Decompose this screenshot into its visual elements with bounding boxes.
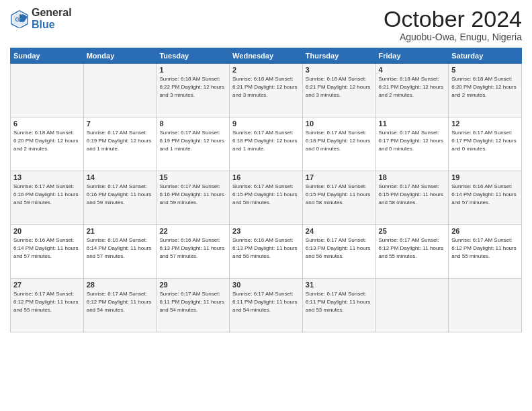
day-info: Sunrise: 6:18 AM Sunset: 6:21 PM Dayligh… bbox=[379, 75, 446, 99]
day-cell: 16Sunrise: 6:17 AM Sunset: 6:15 PM Dayli… bbox=[230, 171, 303, 225]
day-number: 19 bbox=[451, 173, 519, 181]
day-number: 24 bbox=[306, 227, 373, 235]
header-cell-thursday: Thursday bbox=[302, 48, 375, 64]
day-info: Sunrise: 6:18 AM Sunset: 6:21 PM Dayligh… bbox=[232, 75, 300, 99]
day-info: Sunrise: 6:17 AM Sunset: 6:17 PM Dayligh… bbox=[379, 129, 446, 152]
day-info: Sunrise: 6:18 AM Sunset: 6:20 PM Dayligh… bbox=[451, 75, 519, 99]
day-info: Sunrise: 6:17 AM Sunset: 6:16 PM Dayligh… bbox=[159, 183, 226, 206]
day-number: 29 bbox=[159, 281, 226, 289]
svg-text:G: G bbox=[15, 15, 19, 22]
day-cell: 4Sunrise: 6:18 AM Sunset: 6:21 PM Daylig… bbox=[375, 64, 449, 118]
day-number: 13 bbox=[13, 173, 81, 181]
day-number: 6 bbox=[13, 120, 81, 128]
location: Aguobu-Owa, Enugu, Nigeria bbox=[384, 32, 522, 42]
week-row-5: 27Sunrise: 6:17 AM Sunset: 6:12 PM Dayli… bbox=[11, 279, 522, 332]
calendar-header: SundayMondayTuesdayWednesdayThursdayFrid… bbox=[11, 48, 522, 64]
day-info: Sunrise: 6:17 AM Sunset: 6:19 PM Dayligh… bbox=[87, 129, 154, 152]
header-cell-monday: Monday bbox=[83, 48, 157, 64]
day-info: Sunrise: 6:17 AM Sunset: 6:16 PM Dayligh… bbox=[13, 183, 81, 206]
day-cell: 2Sunrise: 6:18 AM Sunset: 6:21 PM Daylig… bbox=[230, 64, 303, 118]
day-number: 30 bbox=[232, 281, 300, 289]
day-cell: 17Sunrise: 6:17 AM Sunset: 6:15 PM Dayli… bbox=[302, 171, 375, 225]
day-cell: 25Sunrise: 6:17 AM Sunset: 6:12 PM Dayli… bbox=[375, 225, 449, 279]
day-cell: 3Sunrise: 6:18 AM Sunset: 6:21 PM Daylig… bbox=[302, 64, 375, 118]
header: G General Blue October 2024 Aguobu-Owa, … bbox=[10, 7, 522, 42]
week-row-4: 20Sunrise: 6:16 AM Sunset: 6:14 PM Dayli… bbox=[11, 225, 522, 279]
day-cell bbox=[83, 64, 157, 118]
header-cell-wednesday: Wednesday bbox=[230, 48, 303, 64]
day-number: 5 bbox=[451, 66, 519, 74]
day-number: 14 bbox=[87, 173, 154, 181]
day-cell: 11Sunrise: 6:17 AM Sunset: 6:17 PM Dayli… bbox=[375, 118, 449, 171]
day-info: Sunrise: 6:17 AM Sunset: 6:18 PM Dayligh… bbox=[232, 129, 300, 152]
day-cell: 5Sunrise: 6:18 AM Sunset: 6:20 PM Daylig… bbox=[449, 64, 522, 118]
title-block: October 2024 Aguobu-Owa, Enugu, Nigeria bbox=[384, 7, 522, 42]
day-number: 10 bbox=[306, 120, 373, 128]
day-info: Sunrise: 6:17 AM Sunset: 6:12 PM Dayligh… bbox=[451, 236, 519, 260]
day-info: Sunrise: 6:16 AM Sunset: 6:13 PM Dayligh… bbox=[159, 236, 226, 260]
day-info: Sunrise: 6:18 AM Sunset: 6:22 PM Dayligh… bbox=[159, 75, 226, 99]
day-info: Sunrise: 6:17 AM Sunset: 6:12 PM Dayligh… bbox=[379, 236, 446, 260]
logo-blue-text: Blue bbox=[32, 19, 72, 31]
day-info: Sunrise: 6:17 AM Sunset: 6:11 PM Dayligh… bbox=[159, 290, 226, 314]
calendar-body: 1Sunrise: 6:18 AM Sunset: 6:22 PM Daylig… bbox=[11, 64, 522, 332]
day-number: 21 bbox=[87, 227, 154, 235]
day-number: 17 bbox=[306, 173, 373, 181]
day-number: 7 bbox=[87, 120, 154, 128]
header-row: SundayMondayTuesdayWednesdayThursdayFrid… bbox=[11, 48, 522, 64]
day-cell: 19Sunrise: 6:16 AM Sunset: 6:14 PM Dayli… bbox=[449, 171, 522, 225]
day-cell: 8Sunrise: 6:17 AM Sunset: 6:19 PM Daylig… bbox=[157, 118, 230, 171]
day-number: 18 bbox=[379, 173, 446, 181]
header-cell-sunday: Sunday bbox=[11, 48, 84, 64]
day-cell: 6Sunrise: 6:18 AM Sunset: 6:20 PM Daylig… bbox=[11, 118, 84, 171]
day-cell: 29Sunrise: 6:17 AM Sunset: 6:11 PM Dayli… bbox=[157, 279, 230, 332]
day-info: Sunrise: 6:17 AM Sunset: 6:18 PM Dayligh… bbox=[306, 129, 373, 152]
day-cell: 28Sunrise: 6:17 AM Sunset: 6:12 PM Dayli… bbox=[83, 279, 157, 332]
day-info: Sunrise: 6:17 AM Sunset: 6:15 PM Dayligh… bbox=[379, 183, 446, 206]
day-info: Sunrise: 6:16 AM Sunset: 6:14 PM Dayligh… bbox=[13, 236, 81, 260]
day-number: 26 bbox=[451, 227, 519, 235]
week-row-3: 13Sunrise: 6:17 AM Sunset: 6:16 PM Dayli… bbox=[11, 171, 522, 225]
day-number: 27 bbox=[13, 281, 81, 289]
day-number: 4 bbox=[379, 66, 446, 74]
day-number: 11 bbox=[379, 120, 446, 128]
day-number: 12 bbox=[451, 120, 519, 128]
day-number: 28 bbox=[87, 281, 154, 289]
day-number: 2 bbox=[232, 66, 300, 74]
day-number: 23 bbox=[232, 227, 300, 235]
day-cell: 27Sunrise: 6:17 AM Sunset: 6:12 PM Dayli… bbox=[11, 279, 84, 332]
day-info: Sunrise: 6:16 AM Sunset: 6:14 PM Dayligh… bbox=[87, 236, 154, 260]
day-cell: 9Sunrise: 6:17 AM Sunset: 6:18 PM Daylig… bbox=[230, 118, 303, 171]
day-number: 20 bbox=[13, 227, 81, 235]
day-cell: 21Sunrise: 6:16 AM Sunset: 6:14 PM Dayli… bbox=[83, 225, 157, 279]
day-cell: 12Sunrise: 6:17 AM Sunset: 6:17 PM Dayli… bbox=[449, 118, 522, 171]
day-cell: 20Sunrise: 6:16 AM Sunset: 6:14 PM Dayli… bbox=[11, 225, 84, 279]
day-number: 15 bbox=[159, 173, 226, 181]
header-cell-friday: Friday bbox=[375, 48, 449, 64]
day-cell: 18Sunrise: 6:17 AM Sunset: 6:15 PM Dayli… bbox=[375, 171, 449, 225]
day-info: Sunrise: 6:17 AM Sunset: 6:12 PM Dayligh… bbox=[87, 290, 154, 314]
day-info: Sunrise: 6:17 AM Sunset: 6:13 PM Dayligh… bbox=[306, 236, 373, 260]
day-number: 9 bbox=[232, 120, 300, 128]
day-cell: 22Sunrise: 6:16 AM Sunset: 6:13 PM Dayli… bbox=[157, 225, 230, 279]
day-cell bbox=[449, 279, 522, 332]
day-number: 16 bbox=[232, 173, 300, 181]
day-info: Sunrise: 6:17 AM Sunset: 6:16 PM Dayligh… bbox=[87, 183, 154, 206]
week-row-1: 1Sunrise: 6:18 AM Sunset: 6:22 PM Daylig… bbox=[11, 64, 522, 118]
day-number: 3 bbox=[306, 66, 373, 74]
day-cell: 14Sunrise: 6:17 AM Sunset: 6:16 PM Dayli… bbox=[83, 171, 157, 225]
day-number: 22 bbox=[159, 227, 226, 235]
header-cell-saturday: Saturday bbox=[449, 48, 522, 64]
day-info: Sunrise: 6:16 AM Sunset: 6:13 PM Dayligh… bbox=[232, 236, 300, 260]
logo-general-text: General bbox=[32, 7, 72, 19]
logo-text: General Blue bbox=[32, 7, 72, 30]
day-info: Sunrise: 6:16 AM Sunset: 6:14 PM Dayligh… bbox=[451, 183, 519, 206]
day-info: Sunrise: 6:17 AM Sunset: 6:19 PM Dayligh… bbox=[159, 129, 226, 152]
day-cell: 23Sunrise: 6:16 AM Sunset: 6:13 PM Dayli… bbox=[230, 225, 303, 279]
day-cell: 10Sunrise: 6:17 AM Sunset: 6:18 PM Dayli… bbox=[302, 118, 375, 171]
day-cell: 24Sunrise: 6:17 AM Sunset: 6:13 PM Dayli… bbox=[302, 225, 375, 279]
day-number: 1 bbox=[159, 66, 226, 74]
week-row-2: 6Sunrise: 6:18 AM Sunset: 6:20 PM Daylig… bbox=[11, 118, 522, 171]
day-info: Sunrise: 6:17 AM Sunset: 6:11 PM Dayligh… bbox=[306, 290, 373, 314]
calendar-table: SundayMondayTuesdayWednesdayThursdayFrid… bbox=[10, 48, 522, 332]
